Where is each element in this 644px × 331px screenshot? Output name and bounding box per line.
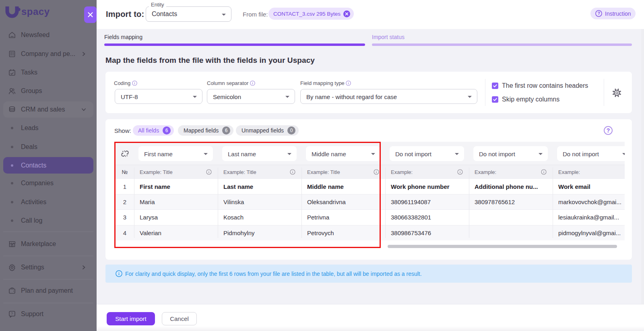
svg-text:?: ? bbox=[598, 11, 600, 16]
svg-text:?: ? bbox=[11, 311, 13, 316]
svg-text:spacy: spacy bbox=[21, 6, 50, 17]
